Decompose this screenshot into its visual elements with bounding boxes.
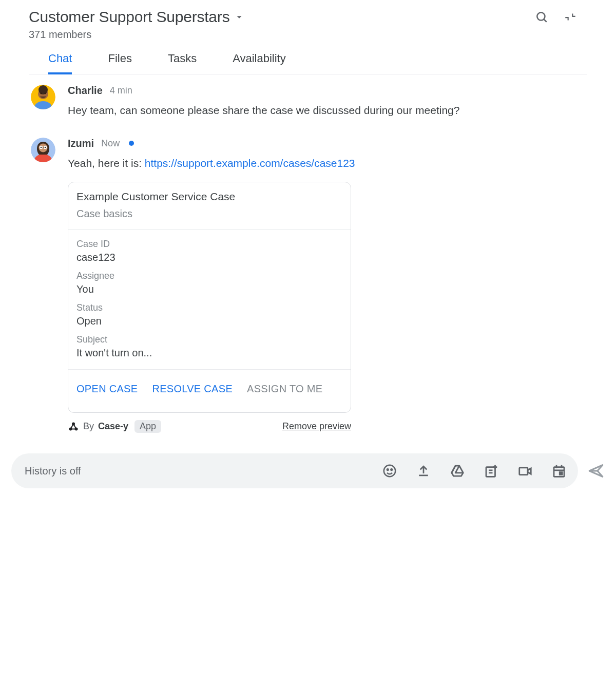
card-meta-by: By bbox=[83, 421, 94, 432]
tab-availability[interactable]: Availability bbox=[233, 52, 286, 74]
message-text: Hey team, can someone please share the c… bbox=[68, 102, 587, 119]
app-badge: App bbox=[134, 420, 161, 433]
open-case-button[interactable]: OPEN CASE bbox=[76, 383, 138, 395]
message-text: Yeah, here it is: https://support.exampl… bbox=[68, 155, 587, 172]
author-name: Izumi bbox=[68, 138, 94, 149]
svg-point-0 bbox=[537, 12, 545, 20]
composer-placeholder: History is off bbox=[25, 465, 382, 477]
space-title[interactable]: Customer Support Superstars bbox=[29, 8, 229, 26]
message: Izumi Now Yeah, here it is: https://supp… bbox=[43, 138, 587, 433]
svg-point-4 bbox=[38, 85, 48, 94]
resolve-case-button[interactable]: RESOLVE CASE bbox=[152, 383, 233, 395]
svg-point-11 bbox=[41, 146, 42, 148]
svg-point-6 bbox=[45, 93, 46, 94]
svg-rect-20 bbox=[486, 467, 495, 477]
avatar bbox=[31, 85, 55, 109]
tab-chat[interactable]: Chat bbox=[48, 52, 72, 74]
message-text-prefix: Yeah, here it is: bbox=[68, 157, 145, 169]
unread-indicator bbox=[129, 141, 134, 146]
svg-rect-21 bbox=[519, 468, 528, 475]
case-link[interactable]: https://support.example.com/cases/case12… bbox=[145, 157, 355, 169]
avatar bbox=[31, 138, 55, 162]
assign-to-me-button[interactable]: ASSIGN TO ME bbox=[247, 383, 322, 395]
send-icon[interactable] bbox=[587, 462, 605, 480]
field-label: Subject bbox=[76, 334, 342, 345]
svg-point-5 bbox=[41, 93, 42, 94]
remove-preview-link[interactable]: Remove preview bbox=[282, 421, 351, 432]
tab-tasks[interactable]: Tasks bbox=[168, 52, 197, 74]
timestamp: 4 min bbox=[110, 85, 132, 96]
card-app-name: Case-y bbox=[98, 421, 128, 432]
field-label: Status bbox=[76, 302, 342, 313]
chevron-down-icon[interactable] bbox=[234, 11, 245, 23]
field-value: Open bbox=[76, 315, 342, 327]
message: Charlie 4 min Hey team, can someone plea… bbox=[43, 85, 587, 119]
webhook-icon bbox=[68, 421, 79, 432]
svg-point-12 bbox=[45, 146, 46, 148]
field-value: case123 bbox=[76, 252, 342, 263]
timestamp: Now bbox=[101, 138, 120, 149]
field-value: It won't turn on... bbox=[76, 347, 342, 359]
card-title: Example Customer Service Case bbox=[76, 190, 342, 203]
svg-point-19 bbox=[391, 469, 392, 470]
search-icon[interactable] bbox=[535, 10, 548, 24]
svg-point-17 bbox=[384, 465, 396, 477]
calendar-icon[interactable] bbox=[551, 463, 567, 479]
svg-line-1 bbox=[544, 20, 547, 22]
link-preview-card: Example Customer Service Case Case basic… bbox=[68, 182, 351, 413]
svg-point-18 bbox=[387, 469, 389, 470]
field-value: You bbox=[76, 283, 342, 295]
field-label: Case ID bbox=[76, 239, 342, 250]
member-count: 371 members bbox=[29, 29, 587, 41]
upload-icon[interactable] bbox=[416, 463, 431, 479]
drive-icon[interactable] bbox=[450, 463, 465, 479]
create-doc-icon[interactable] bbox=[484, 463, 499, 479]
tab-files[interactable]: Files bbox=[108, 52, 131, 74]
video-icon[interactable] bbox=[517, 463, 533, 479]
svg-rect-23 bbox=[560, 472, 562, 475]
message-input[interactable]: History is off bbox=[11, 453, 578, 488]
author-name: Charlie bbox=[68, 85, 103, 97]
emoji-icon[interactable] bbox=[382, 463, 397, 479]
collapse-icon[interactable] bbox=[564, 10, 577, 24]
card-subtitle: Case basics bbox=[76, 208, 342, 220]
tabs: Chat Files Tasks Availability bbox=[29, 41, 587, 74]
svg-rect-13 bbox=[43, 147, 44, 147]
field-label: Assignee bbox=[76, 271, 342, 281]
